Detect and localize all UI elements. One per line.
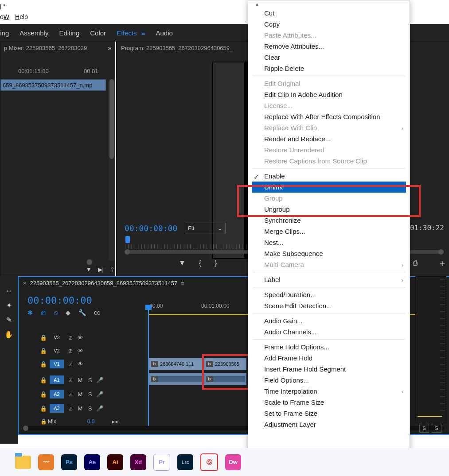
lock-icon[interactable]: 🔒 (39, 361, 48, 368)
button-editor-icon[interactable]: + (439, 258, 445, 270)
add-marker-icon[interactable]: ▼ (179, 259, 186, 267)
menu-item-nest[interactable]: Nest... (248, 237, 410, 248)
track-label-a3[interactable]: A3 (50, 404, 64, 413)
menu-item-audio-gain[interactable]: Audio Gain... (248, 315, 410, 326)
selection-tool-icon[interactable]: ↔ (5, 287, 12, 295)
aftereffects-icon[interactable]: Ae (84, 454, 100, 470)
workspace-audio[interactable]: Audio (150, 24, 178, 42)
menu-item-remove-attributes[interactable]: Remove Attributes... (248, 41, 410, 52)
vertical-scrollbar[interactable] (109, 79, 115, 261)
menu-item-time-interpolation[interactable]: Time Interpolation› (248, 386, 410, 397)
menu-window[interactable]: oW (0, 13, 9, 20)
program-timecode[interactable]: 00:00:00:00 (125, 224, 177, 233)
menu-item-copy[interactable]: Copy (248, 19, 410, 30)
video-clip-a[interactable]: fx 283664740 111 (149, 358, 204, 370)
linked-selection-icon[interactable]: ⎋ (54, 309, 58, 316)
sync-lock-icon[interactable]: ⎚ (66, 348, 75, 354)
menu-item-replace-with-after-effects-composition[interactable]: Replace With After Effects Composition (248, 111, 410, 122)
solo-right-button[interactable]: S (432, 424, 441, 433)
pen-tool-icon[interactable]: ✎ (6, 316, 12, 324)
insert-icon[interactable]: ▶| (98, 266, 104, 273)
sequence-name[interactable]: 225903565_2672030296430659_8693537509373… (30, 280, 178, 286)
voiceover-icon[interactable]: 🎤 (95, 391, 105, 398)
video-clip-b[interactable]: fx 225903565 (204, 358, 246, 370)
menu-item-ripple-delete[interactable]: Ripple Delete (248, 63, 410, 74)
expand-chevrons-icon[interactable]: » (108, 45, 111, 51)
panel-menu-icon[interactable]: ≡ (181, 280, 184, 286)
hand-tool-icon[interactable]: ✋ (4, 330, 13, 339)
menu-item-make-subsequence[interactable]: Make Subsequence (248, 248, 410, 259)
track-label-v3[interactable]: V3 (50, 333, 64, 342)
mute-button[interactable]: M (75, 405, 85, 412)
solo-button[interactable]: S (85, 391, 95, 398)
close-tab-icon[interactable]: × (23, 280, 27, 286)
sync-lock-icon[interactable]: ⎚ (66, 334, 75, 341)
menu-item-unlink[interactable]: Unlink (252, 182, 406, 193)
pan-icon[interactable]: ▸◂ (112, 418, 117, 425)
voiceover-icon[interactable]: 🎤 (95, 405, 105, 412)
settings-wrench-icon[interactable]: 🔧 (78, 309, 86, 316)
premiere-icon[interactable]: Pr (153, 454, 170, 471)
scroll-up-arrow-icon[interactable]: ▲ (254, 1, 260, 8)
track-label-v1[interactable]: V1 (50, 360, 64, 368)
menu-item-clear[interactable]: Clear (248, 52, 410, 63)
toggle-output-icon[interactable]: 👁 (75, 348, 85, 354)
filter-icon[interactable]: ▼ (86, 266, 92, 273)
solo-button[interactable]: S (85, 405, 95, 412)
lock-icon[interactable]: 🔒 (39, 334, 48, 341)
sync-lock-icon[interactable]: ⎚ (66, 405, 75, 412)
file-explorer-icon[interactable] (15, 456, 31, 469)
lock-icon[interactable]: 🔒 (39, 418, 48, 425)
menu-item-set-to-frame-size[interactable]: Set to Frame Size (248, 408, 410, 419)
lock-icon[interactable]: 🔒 (39, 377, 48, 383)
menu-item-render-and-replace[interactable]: Render and Replace... (248, 133, 410, 144)
audio-clip-a[interactable]: fx (149, 373, 204, 385)
program-playhead[interactable] (125, 236, 130, 243)
menu-item-ungroup[interactable]: Ungroup (248, 204, 410, 215)
workspace-assembly[interactable]: Assembly (14, 24, 54, 42)
workspace-color[interactable]: Color (85, 24, 111, 42)
voiceover-icon[interactable]: 🎤 (95, 377, 105, 383)
menu-item-field-options[interactable]: Field Options... (248, 375, 410, 386)
track-label-v2[interactable]: V2 (50, 346, 64, 355)
menu-item-insert-frame-hold-segment[interactable]: Insert Frame Hold Segment (248, 364, 410, 375)
solo-left-button[interactable]: S (419, 424, 429, 433)
mark-in-icon[interactable]: { (199, 259, 201, 267)
menu-item-speed-duration[interactable]: Speed/Duration... (248, 289, 410, 300)
lock-icon[interactable]: 🔒 (39, 405, 48, 412)
menu-item-audio-channels[interactable]: Audio Channels... (248, 326, 410, 337)
track-label-a1[interactable]: A1 (50, 375, 64, 384)
menu-item-scale-to-frame-size[interactable]: Scale to Frame Size (248, 397, 410, 408)
menu-item-synchronize[interactable]: Synchronize (248, 215, 410, 226)
lightroom-icon[interactable]: Lrc (177, 454, 193, 470)
marker-icon[interactable]: ◆ (66, 309, 70, 316)
toggle-output-icon[interactable]: 👁 (75, 361, 85, 368)
menu-item-adjustment-layer[interactable]: Adjustment Layer (248, 419, 410, 430)
app-icon-s[interactable]: Ⓢ (200, 453, 218, 471)
workspace-editing[interactable]: Editing (54, 24, 85, 42)
dreamweaver-icon[interactable]: Dw (225, 454, 241, 470)
sync-lock-icon[interactable]: ⎚ (66, 391, 75, 398)
workspace-effects[interactable]: Effects≡ (111, 24, 150, 42)
lock-icon[interactable]: 🔒 (39, 348, 48, 354)
toggle-output-icon[interactable]: 👁 (75, 334, 85, 341)
menu-help[interactable]: Help (15, 13, 28, 20)
track-label-a2[interactable]: A2 (50, 390, 64, 399)
audio-clip-b[interactable]: fx (204, 373, 246, 385)
hamburger-icon[interactable]: ≡ (141, 29, 145, 37)
illustrator-icon[interactable]: Ai (107, 454, 123, 470)
photoshop-icon[interactable]: Ps (61, 454, 77, 470)
snap-icon[interactable]: ✱ (27, 309, 33, 316)
workspace-learning[interactable]: ning (0, 24, 14, 42)
menu-item-cut[interactable]: Cut (248, 8, 410, 19)
menu-item-label[interactable]: Label› (248, 274, 410, 285)
export-icon[interactable]: ⇪ (110, 266, 115, 273)
ripple-tool-icon[interactable]: ✦ (6, 301, 12, 310)
mark-out-icon[interactable]: } (215, 259, 217, 267)
sync-lock-icon[interactable]: ⎚ (66, 377, 75, 383)
menu-item-frame-hold-options[interactable]: Frame Hold Options... (248, 341, 410, 352)
mute-button[interactable]: M (75, 391, 85, 398)
cc-icon[interactable]: cc (94, 309, 100, 316)
lock-icon[interactable]: 🔒 (39, 391, 48, 398)
menu-item-merge-clips[interactable]: Merge Clips... (248, 226, 410, 237)
